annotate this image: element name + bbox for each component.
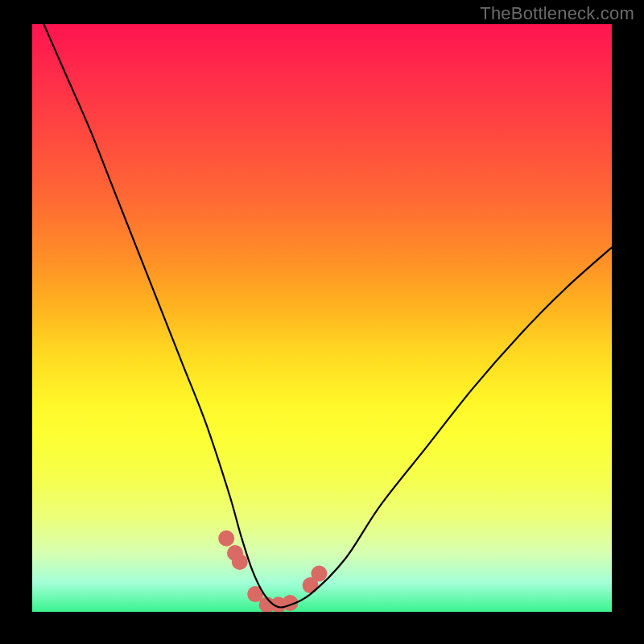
watermark-label: TheBottleneck.com bbox=[480, 3, 634, 24]
chart-marker-dot bbox=[232, 554, 248, 570]
chart-svg bbox=[32, 24, 612, 612]
chart-marker-dot bbox=[311, 566, 327, 582]
chart-markers bbox=[218, 530, 327, 612]
bottleneck-curve-line bbox=[43, 24, 612, 608]
chart-container bbox=[32, 24, 612, 612]
chart-marker-dot bbox=[218, 530, 234, 547]
